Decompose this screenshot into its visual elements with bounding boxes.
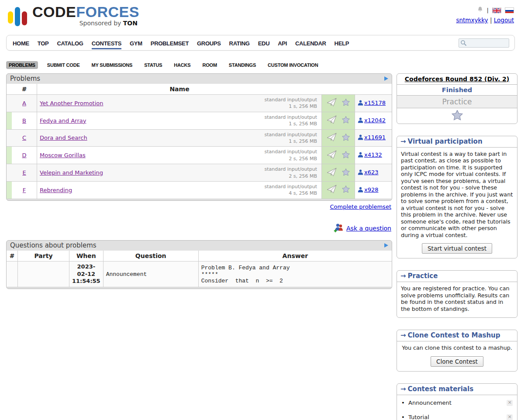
virtual-caption: →Virtual participation	[397, 136, 517, 148]
questions-header-row: # Party When Question Answer	[7, 251, 392, 262]
problem-title-link[interactable]: Dora and Search	[40, 134, 87, 141]
expand-arrow-icon[interactable]	[384, 243, 388, 248]
favorite-star-icon[interactable]	[342, 169, 350, 177]
submit-plane-icon[interactable]	[327, 98, 337, 108]
materials-title-link[interactable]: Contest materials	[408, 385, 473, 393]
clone-title-link[interactable]: Clone Contest to Mashup	[408, 331, 500, 339]
favorite-star-icon[interactable]	[342, 134, 350, 142]
contest-star-row	[397, 108, 517, 124]
subnav-problems[interactable]: PROBLEMS	[6, 61, 38, 69]
nav-api[interactable]: API	[278, 36, 287, 49]
logo-forces: FORCES	[76, 3, 139, 20]
favorite-star-icon[interactable]	[342, 186, 350, 194]
ask-question-link[interactable]: Ask a question	[346, 225, 391, 232]
nav-calendar[interactable]: CALENDAR	[295, 36, 326, 49]
subnav-custom-invocation[interactable]: CUSTOM INVOCATION	[265, 61, 321, 69]
problems-header-row: # Name	[7, 84, 392, 95]
virtual-title-link[interactable]: Virtual participation	[408, 138, 483, 145]
start-virtual-contest-button[interactable]: Start virtual contest	[422, 243, 492, 254]
logo-bar-yellow	[8, 11, 13, 24]
col-name: Name	[37, 84, 322, 95]
nav-help[interactable]: HELP	[335, 36, 349, 49]
subnav-status[interactable]: STATUS	[141, 61, 165, 69]
problem-io: standard input/output2 s, 256 MB	[264, 166, 319, 179]
problem-letter-link[interactable]: F	[23, 187, 26, 193]
contest-title-link[interactable]: Codeforces Round 852 (Div. 2)	[405, 76, 509, 83]
problem-letter-link[interactable]: A	[22, 100, 26, 107]
nav-contests[interactable]: CONTESTS	[92, 36, 121, 49]
logo-bar-red	[22, 11, 27, 25]
subnav-room[interactable]: ROOM	[200, 61, 219, 69]
practice-title-link[interactable]: Practice	[408, 272, 438, 280]
subnav-my-submissions[interactable]: MY SUBMISSIONS	[89, 61, 135, 69]
complete-problemset-row: Complete problemset	[6, 203, 391, 210]
solved-count-link[interactable]: x15178	[364, 100, 386, 106]
header-right: | sntmxykky | Logout	[456, 4, 514, 33]
favorite-star-icon[interactable]	[452, 115, 463, 122]
problem-letter-link[interactable]: B	[22, 117, 26, 124]
subnav-submit-code[interactable]: SUBMIT CODE	[45, 61, 83, 69]
expand-arrow-icon[interactable]	[384, 76, 388, 81]
nav-top[interactable]: TOP	[38, 36, 49, 49]
submit-plane-icon[interactable]	[327, 185, 337, 195]
clone-contest-button[interactable]: Clone Contest	[431, 356, 483, 367]
submit-plane-icon[interactable]	[327, 115, 337, 126]
close-icon[interactable]: ×	[507, 414, 513, 420]
username-link[interactable]: sntmxykky	[456, 17, 488, 24]
problem-letter-link[interactable]: D	[22, 152, 26, 158]
problem-title-link[interactable]: Moscow Gorillas	[40, 152, 86, 158]
flag-en-icon[interactable]	[492, 7, 501, 13]
sponsored-by-text: Sponsored by	[79, 20, 123, 27]
nav-edu[interactable]: EDU	[258, 36, 270, 49]
solved-person-icon	[358, 135, 363, 141]
solved-count-link[interactable]: x4132	[364, 151, 382, 158]
announcement-link[interactable]: Announcement	[408, 399, 452, 406]
problem-letter-link[interactable]: C	[22, 134, 26, 141]
clone-text: You can clone this contest to a mashup.	[397, 341, 517, 354]
logo-sponsor: Sponsored by TON	[32, 20, 139, 26]
practice-text: You are registered for practice. You can…	[397, 282, 517, 317]
problem-title-link[interactable]: Velepin and Marketing	[40, 169, 103, 176]
submit-plane-icon[interactable]	[327, 133, 337, 143]
virtual-text: Virtual contest is a way to take part in…	[397, 148, 517, 241]
flag-ru-icon[interactable]	[505, 7, 514, 13]
solved-count-link[interactable]: x623	[364, 169, 379, 176]
contest-materials-box: →Contest materials Announcement × Tutori…	[397, 383, 518, 420]
questions-table: # Party When Question Answer 2023-02-12 …	[7, 251, 392, 288]
problem-io: standard input/output1 s, 256 MB	[264, 96, 319, 110]
problem-row-b: B Fedya and Array standard input/output1…	[7, 112, 392, 130]
clone-caption: →Clone Contest to Mashup	[397, 330, 517, 341]
nav-catalog[interactable]: CATALOG	[57, 36, 83, 49]
solved-count-link[interactable]: x12042	[364, 117, 386, 124]
complete-problemset-link[interactable]: Complete problemset	[330, 203, 391, 210]
favorite-star-icon[interactable]	[342, 99, 350, 107]
codeforces-logo[interactable]: CODEFORCES Sponsored by TON	[8, 4, 139, 33]
problem-title-link[interactable]: Rebrending	[40, 187, 72, 193]
nav-rating[interactable]: RATING	[229, 36, 250, 49]
favorite-star-icon[interactable]	[342, 116, 350, 125]
left-column: Problems # Name A Yet Another Promotion	[6, 73, 392, 420]
problem-letter-link[interactable]: E	[22, 169, 26, 176]
bell-icon[interactable]	[477, 6, 483, 14]
nav-gym[interactable]: GYM	[130, 36, 142, 49]
submit-plane-icon[interactable]	[327, 168, 337, 178]
solved-count-link[interactable]: x11691	[364, 134, 386, 141]
close-icon[interactable]: ×	[507, 400, 513, 406]
search-container	[459, 38, 509, 48]
subnav-hacks[interactable]: HACKS	[171, 61, 193, 69]
nav-groups[interactable]: GROUPS	[197, 36, 221, 49]
problem-title-link[interactable]: Fedya and Array	[40, 117, 86, 124]
subnav-standings[interactable]: STANDINGS	[226, 61, 259, 69]
user-separator: |	[490, 17, 492, 24]
nav-home[interactable]: HOME	[13, 36, 29, 49]
header-separator: |	[487, 7, 489, 14]
solved-count-link[interactable]: x928	[364, 186, 379, 193]
ask-question-row: Ask a question	[6, 223, 391, 234]
problem-row-c: C Dora and Search standard input/output1…	[7, 130, 392, 147]
favorite-star-icon[interactable]	[342, 151, 350, 160]
tutorial-link[interactable]: Tutorial	[408, 414, 429, 420]
nav-problemset[interactable]: PROBLEMSET	[151, 36, 189, 49]
problem-title-link[interactable]: Yet Another Promotion	[40, 100, 103, 107]
logout-link[interactable]: Logout	[494, 17, 514, 24]
submit-plane-icon[interactable]	[327, 150, 337, 161]
